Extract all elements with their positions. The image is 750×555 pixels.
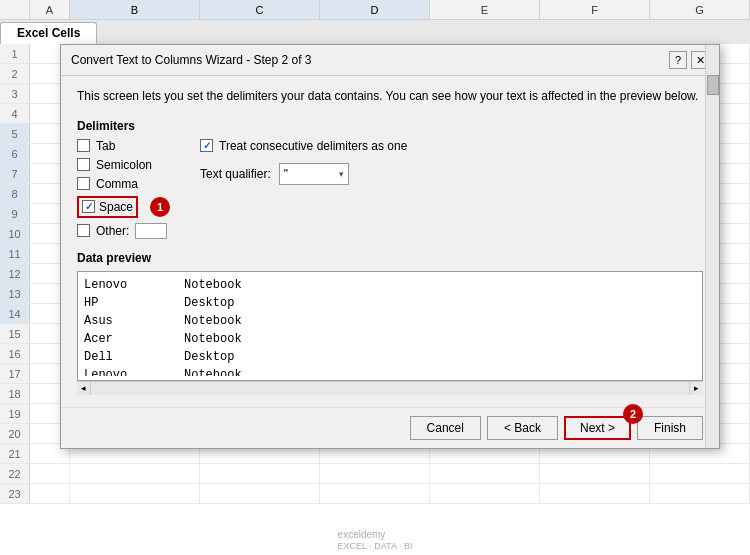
col-header-b: B [70, 0, 200, 19]
scroll-right-icon[interactable]: ▸ [689, 381, 703, 395]
watermark: exceldemy EXCEL · DATA · BI [338, 529, 413, 551]
delimiters-container: Tab Semicolon Comma Space [77, 139, 703, 239]
col-header-f: F [540, 0, 650, 19]
comma-label: Comma [96, 177, 138, 191]
select-arrow-icon: ▾ [339, 169, 344, 179]
col-header-e: E [430, 0, 540, 19]
semicolon-label: Semicolon [96, 158, 152, 172]
preview-box: LenovoNotebook HPDesktop AsusNotebook Ac… [77, 271, 703, 381]
comma-checkbox[interactable] [77, 177, 90, 190]
delimiters-left: Tab Semicolon Comma Space [77, 139, 170, 239]
dialog-body: This screen lets you set the delimiters … [61, 76, 719, 407]
delimiters-label: Delimiters [77, 119, 703, 133]
finish-button[interactable]: Finish [637, 416, 703, 440]
delimiters-right: Treat consecutive delimiters as one Text… [200, 139, 407, 239]
table-row: 22 [0, 464, 750, 484]
consecutive-checkbox[interactable] [200, 139, 213, 152]
list-item: LenovoNotebook [84, 366, 696, 376]
sheet-tabs: Excel Cells [0, 20, 750, 44]
consecutive-row: Treat consecutive delimiters as one [200, 139, 407, 153]
tab-checkbox[interactable] [77, 139, 90, 152]
column-headers: A B C D E F G [0, 0, 750, 20]
preview-section: Data preview LenovoNotebook HPDesktop As… [77, 251, 703, 395]
tab-label: Tab [96, 139, 115, 153]
other-input[interactable] [135, 223, 167, 239]
space-checkbox[interactable] [82, 200, 95, 213]
preview-main: LenovoNotebook HPDesktop AsusNotebook Ac… [77, 271, 703, 381]
dialog-footer: Cancel < Back Next > 2 Finish [61, 407, 719, 448]
dialog-title: Convert Text to Columns Wizard - Step 2 … [71, 53, 312, 67]
dialog-titlebar: Convert Text to Columns Wizard - Step 2 … [61, 45, 719, 76]
list-item: DellDesktop [84, 348, 696, 366]
cancel-button[interactable]: Cancel [410, 416, 481, 440]
space-highlight: Space [77, 196, 138, 218]
list-item: HPDesktop [84, 294, 696, 312]
tab-delimiter-row: Tab [77, 139, 170, 153]
active-sheet-tab[interactable]: Excel Cells [0, 22, 97, 44]
dialog-description: This screen lets you set the delimiters … [77, 88, 703, 105]
dialog-controls: ? ✕ [669, 51, 709, 69]
step1-badge: 1 [150, 197, 170, 217]
space-delimiter-row: Space 1 [77, 196, 170, 218]
qualifier-row: Text qualifier: " ▾ [200, 163, 407, 185]
col-header-d: D [320, 0, 430, 19]
col-header-g: G [650, 0, 750, 19]
preview-label: Data preview [77, 251, 703, 265]
preview-container: LenovoNotebook HPDesktop AsusNotebook Ac… [77, 271, 703, 395]
qualifier-select[interactable]: " ▾ [279, 163, 349, 185]
next-button[interactable]: Next > [564, 416, 631, 440]
preview-hscrollbar[interactable]: ◂ ▸ [77, 381, 703, 395]
list-item: LenovoNotebook [84, 276, 696, 294]
col-header-c: C [200, 0, 320, 19]
other-checkbox[interactable] [77, 224, 90, 237]
qualifier-value: " [284, 167, 288, 181]
semicolon-checkbox[interactable] [77, 158, 90, 171]
consecutive-label: Treat consecutive delimiters as one [219, 139, 407, 153]
help-button[interactable]: ? [669, 51, 687, 69]
scroll-left-icon[interactable]: ◂ [77, 381, 91, 395]
other-delimiter-row: Other: [77, 223, 170, 239]
convert-text-dialog: Convert Text to Columns Wizard - Step 2 … [60, 44, 720, 449]
list-item: AsusNotebook [84, 312, 696, 330]
comma-delimiter-row: Comma [77, 177, 170, 191]
semicolon-delimiter-row: Semicolon [77, 158, 170, 172]
list-item: AcerNotebook [84, 330, 696, 348]
row-num-header [0, 0, 30, 19]
table-row: 23 [0, 484, 750, 504]
preview-scrollbar[interactable] [705, 45, 719, 448]
next-button-wrapper: Next > 2 [564, 416, 631, 440]
qualifier-label: Text qualifier: [200, 167, 271, 181]
scroll-thumb [707, 75, 719, 95]
space-label: Space [99, 200, 133, 214]
other-label: Other: [96, 224, 129, 238]
preview-content: LenovoNotebook HPDesktop AsusNotebook Ac… [84, 276, 696, 376]
col-header-a: A [30, 0, 70, 19]
step2-badge: 2 [623, 404, 643, 424]
back-button[interactable]: < Back [487, 416, 558, 440]
